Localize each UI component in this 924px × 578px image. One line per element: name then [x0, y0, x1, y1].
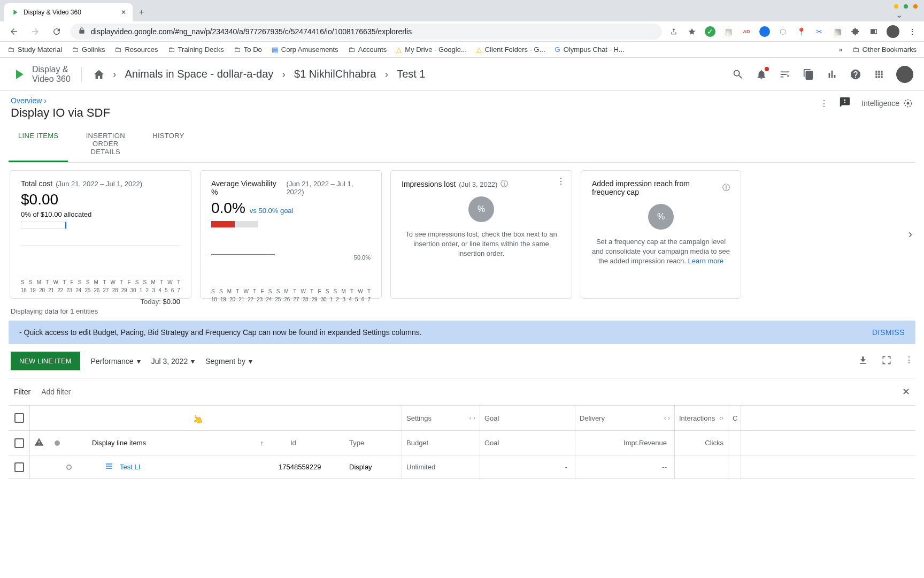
expand-icon[interactable]: ‹›	[719, 414, 723, 422]
select-all-checkbox[interactable]	[14, 413, 24, 423]
close-tab-icon[interactable]: ✕	[121, 9, 126, 16]
tab-line-items[interactable]: LINE ITEMS	[9, 125, 68, 162]
notifications-icon[interactable]	[755, 68, 768, 81]
more-icon[interactable]: ⋮	[905, 355, 913, 368]
apps-icon[interactable]	[873, 68, 886, 81]
breadcrumb-campaign[interactable]: $1 NikhilChhabra	[294, 68, 376, 80]
ext-icon-1[interactable]: ✓	[705, 26, 715, 37]
table-group-header-row: Settings‹ › Goal Delivery‹ › Interaction…	[9, 406, 915, 431]
extensions-icon[interactable]	[850, 26, 861, 37]
cards-next-icon[interactable]: ›	[908, 227, 912, 241]
expand-icon[interactable]: ‹ ›	[469, 414, 475, 422]
new-line-item-button[interactable]: NEW LINE ITEM	[11, 352, 80, 370]
summary-cards: Total cost (Jun 21, 2022 – Jul 1, 2022) …	[9, 163, 915, 306]
bookmark-accounts[interactable]: 🗀Accounts	[348, 45, 387, 54]
row-checkbox[interactable]	[14, 438, 24, 448]
col-id[interactable]: Id	[290, 439, 338, 447]
user-avatar[interactable]	[896, 66, 913, 83]
breadcrumb-advertiser[interactable]: Animals in Space - dollar-a-day	[125, 68, 273, 80]
address-bar[interactable]: displayvideo.google.com/#ng_nav/p/234340…	[71, 24, 662, 40]
ext-icon-5[interactable]: ⬡	[777, 26, 788, 37]
bookmark-mydrive[interactable]: △My Drive - Google...	[396, 45, 467, 54]
tab-io-details[interactable]: INSERTION ORDER DETAILS	[68, 125, 143, 162]
users-icon[interactable]	[779, 68, 791, 81]
bookmark-golinks[interactable]: 🗀Golinks	[72, 45, 105, 54]
intelligence-button[interactable]: Intelligence	[861, 98, 913, 109]
col-impr[interactable]: Impr.	[623, 439, 639, 447]
sidepanel-icon[interactable]	[868, 26, 879, 37]
cell-goal: -	[480, 455, 575, 478]
caret-down-icon: ▾	[249, 357, 252, 366]
overview-link[interactable]: Overview ›	[11, 96, 110, 105]
chrome-menu-icon[interactable]: ⋮	[907, 26, 918, 37]
bookmark-corp-amusements[interactable]: ▤Corp Amusements	[272, 45, 338, 54]
feedback-icon[interactable]	[839, 96, 851, 110]
browser-tab-strip: Display & Video 360 ✕ + ⌄	[0, 0, 924, 21]
app-header: Display & Video 360 › Animals in Space -…	[0, 58, 924, 91]
bookmark-training-decks[interactable]: 🗀Training Decks	[168, 45, 224, 54]
card-menu-icon[interactable]: ⋮	[557, 176, 565, 186]
new-tab-button[interactable]: +	[133, 3, 150, 21]
bookmark-study-material[interactable]: 🗀Study Material	[7, 45, 62, 54]
date-dropdown[interactable]: Jul 3, 2022 ▾	[151, 357, 195, 366]
share-icon[interactable]	[668, 26, 679, 37]
home-icon[interactable]	[93, 68, 105, 81]
segment-dropdown[interactable]: Segment by ▾	[205, 357, 252, 366]
dv360-logo[interactable]: Display & Video 360	[11, 65, 71, 83]
browser-tab[interactable]: Display & Video 360 ✕	[4, 3, 133, 21]
url-text: displayvideo.google.com/#ng_nav/p/234340…	[91, 27, 412, 36]
more-menu-icon[interactable]: ⋮	[820, 98, 828, 109]
other-bookmarks[interactable]: 🗀Other Bookmarks	[852, 45, 917, 54]
col-revenue[interactable]: Revenue	[639, 439, 667, 447]
filter-bar: Filter Add filter ✕	[9, 378, 915, 405]
ext-icon-3[interactable]: AD	[741, 26, 752, 37]
filter-label: Filter	[14, 387, 30, 396]
performance-dropdown[interactable]: Performance ▾	[91, 357, 141, 366]
fullscreen-icon[interactable]	[881, 355, 892, 368]
reload-button[interactable]	[49, 24, 64, 39]
col-goal[interactable]: Goal	[480, 431, 575, 455]
breadcrumb-io[interactable]: Test 1	[397, 68, 425, 80]
chevron-right-icon: ›	[282, 68, 286, 80]
sort-asc-icon[interactable]: ↑	[260, 439, 264, 447]
expand-icon[interactable]: ‹ ›	[664, 414, 670, 422]
cell-id: 17548559229	[279, 463, 343, 471]
col-budget[interactable]: Budget	[402, 431, 480, 455]
dismiss-button[interactable]: DISMISS	[872, 328, 905, 337]
bookmark-olympus[interactable]: GOlympus Chat - H...	[555, 45, 625, 54]
bookmarks-overflow[interactable]: »	[839, 45, 843, 54]
add-filter-button[interactable]: Add filter	[41, 387, 71, 396]
row-checkbox[interactable]	[14, 462, 24, 472]
bookmark-todo[interactable]: 🗀To Do	[234, 45, 262, 54]
download-icon[interactable]	[858, 355, 868, 368]
ext-icon-7[interactable]: ✂	[814, 26, 825, 37]
percent-placeholder-icon: %	[648, 204, 674, 230]
help-icon[interactable]: ⓘ	[722, 183, 730, 193]
nav-tabs: LINE ITEMS INSERTION ORDER DETAILS HISTO…	[9, 125, 915, 163]
back-button[interactable]	[6, 24, 21, 39]
learn-more-link[interactable]: Learn more	[688, 257, 723, 265]
ext-icon-2[interactable]: ▦	[723, 26, 734, 37]
cell-type: Display	[349, 463, 397, 471]
ext-icon-8[interactable]: ▦	[832, 26, 843, 37]
clear-filter-icon[interactable]: ✕	[902, 386, 910, 398]
help-icon[interactable]	[849, 68, 862, 81]
star-icon[interactable]	[687, 26, 697, 37]
ext-icon-6[interactable]: 📍	[796, 26, 806, 37]
bookmark-client-folders[interactable]: △Client Folders - G...	[476, 45, 545, 54]
tabs-dropdown-icon[interactable]: ⌄	[896, 10, 903, 20]
analytics-icon[interactable]	[826, 68, 838, 81]
copy-icon[interactable]	[802, 68, 815, 81]
line-item-link[interactable]: Test LI	[120, 463, 140, 471]
help-icon[interactable]: ⓘ	[500, 179, 508, 189]
col-type[interactable]: Type	[349, 439, 397, 447]
bookmark-resources[interactable]: 🗀Resources	[114, 45, 158, 54]
macos-traffic-lights	[894, 4, 918, 9]
col-clicks[interactable]: Clicks	[675, 431, 728, 455]
tab-history[interactable]: HISTORY	[143, 125, 194, 162]
col-display-line-items[interactable]: Display line items	[92, 439, 146, 447]
ext-icon-4[interactable]	[759, 26, 770, 37]
profile-avatar[interactable]	[887, 25, 899, 38]
search-icon[interactable]	[732, 68, 744, 81]
extension-area: ✓ ▦ AD ⬡ 📍 ✂ ▦ ⋮	[668, 25, 918, 38]
